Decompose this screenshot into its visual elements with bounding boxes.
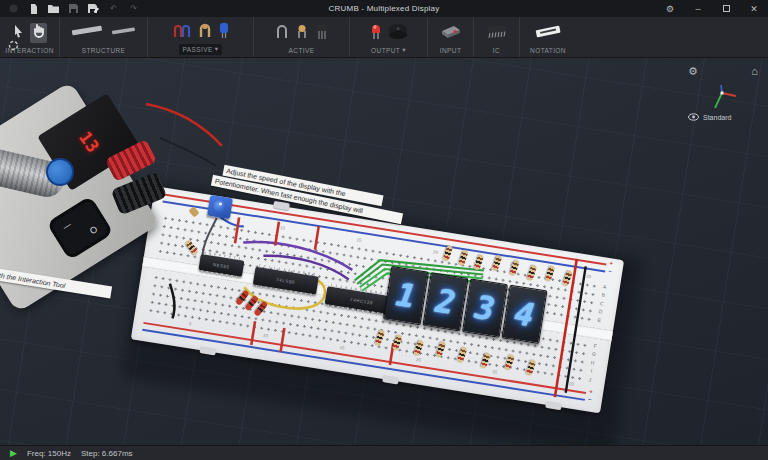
seven-segment-display[interactable]: 3 xyxy=(462,278,508,337)
toolbar-section-notation: NOTATION xyxy=(520,17,576,57)
bottom-rail-minus-mark: − xyxy=(587,396,591,402)
photoresistor-icon[interactable] xyxy=(295,22,309,44)
row-letters-lower: F G H I J xyxy=(588,342,598,384)
home-view-icon[interactable]: ⌂ xyxy=(751,66,758,77)
voltage-knob-face[interactable] xyxy=(46,158,74,186)
step-readout: Step: 6.667ms xyxy=(81,449,133,458)
app-logo-icon xyxy=(8,3,19,14)
toolbar-section-interaction: INTERACTION xyxy=(0,17,60,57)
scene-settings-gear-icon[interactable]: ⚙ xyxy=(688,66,698,77)
toolbar-section-active: ACTIVE xyxy=(254,17,350,57)
top-rail-plus-mark: + xyxy=(609,260,613,266)
segment-digit: 4 xyxy=(512,297,536,332)
capacitor-icon[interactable] xyxy=(218,21,230,43)
top-rail-minus-mark: − xyxy=(608,268,612,274)
switch-off-mark: O xyxy=(88,224,99,236)
resistors-icon[interactable] xyxy=(172,21,192,43)
eye-icon[interactable] xyxy=(688,113,699,121)
toolbar-label-notation: NOTATION xyxy=(530,47,566,57)
toolbar-section-input: INPUT xyxy=(428,17,474,57)
scene-viewport[interactable]: appear as continuous digits + − + − A B … xyxy=(0,58,768,445)
ic-label: NE555 xyxy=(213,262,230,270)
save-button[interactable] xyxy=(68,3,79,14)
view-controls: ⚙ ⌂ Standard xyxy=(688,66,758,121)
save-as-button[interactable] xyxy=(88,3,99,14)
toolbar-label-active: ACTIVE xyxy=(289,47,315,57)
potentiometer[interactable] xyxy=(207,195,233,219)
settings-gear-button[interactable]: ⚙ xyxy=(656,0,684,17)
breadboard-icon[interactable] xyxy=(71,23,105,43)
toolbar-section-output: OUTPUT ▾ xyxy=(350,17,428,57)
crumb-app-window: ↶ ↷ CRUMB - Multiplexed Display ⚙ – ✕ xyxy=(0,0,768,460)
view-mode-label[interactable]: Standard xyxy=(703,114,731,121)
buzzer-icon[interactable] xyxy=(388,22,408,44)
power-supply-reading: 13 xyxy=(75,128,103,156)
new-file-button[interactable] xyxy=(28,3,39,14)
led-icon[interactable] xyxy=(370,21,382,44)
segment-digit: 2 xyxy=(433,285,457,320)
ic-timer-555[interactable]: NE555 xyxy=(198,254,244,277)
redo-icon[interactable]: ↷ xyxy=(128,3,139,14)
trimmer-screw[interactable] xyxy=(188,206,199,217)
toolbar-label-structure: STRUCTURE xyxy=(82,47,126,57)
frequency-readout: Freq: 150Hz xyxy=(27,449,71,458)
seven-segment-display[interactable]: 2 xyxy=(422,272,468,331)
ic-label: 74HC138 xyxy=(350,296,374,305)
toolbar-section-structure: STRUCTURE xyxy=(60,17,148,57)
switch-on-mark: — xyxy=(61,220,73,232)
toolbar-label-ic: IC xyxy=(493,47,500,57)
orbit-tool-button[interactable] xyxy=(8,37,19,55)
play-icon[interactable]: ▶ xyxy=(10,449,17,458)
breadboard-clip xyxy=(273,201,290,210)
transistor-icon[interactable] xyxy=(315,22,329,44)
label-sticker-icon[interactable] xyxy=(534,23,562,43)
toolbar-section-passive: PASSIVE ▾ xyxy=(148,17,254,57)
seven-segment-display[interactable]: 1 xyxy=(383,266,429,325)
potentiometer-indicator xyxy=(218,202,221,205)
output-dropdown-arrow-icon: ▾ xyxy=(402,46,406,54)
switch-icon[interactable] xyxy=(440,23,462,44)
bottom-rail-plus-mark: + xyxy=(589,388,593,394)
close-button[interactable]: ✕ xyxy=(740,0,768,17)
toolbar-section-ic: IC xyxy=(474,17,520,57)
toolbar-label-output[interactable]: OUTPUT ▾ xyxy=(371,46,406,57)
toolbar-label-input: INPUT xyxy=(440,47,462,57)
maximize-button[interactable] xyxy=(712,0,740,17)
ic-chip-icon[interactable] xyxy=(485,23,509,44)
minimize-button[interactable]: – xyxy=(684,0,712,17)
resistor-icon[interactable] xyxy=(198,21,212,43)
title-bar: ↶ ↷ CRUMB - Multiplexed Display ⚙ – ✕ xyxy=(0,0,768,17)
status-bar: ▶ Freq: 150Hz Step: 6.667ms xyxy=(0,445,768,460)
segment-digit: 3 xyxy=(473,291,497,326)
ic-label: 74LS90 xyxy=(276,277,296,285)
hand-tool-button-selected[interactable] xyxy=(30,23,47,43)
board-strip-icon[interactable] xyxy=(111,24,137,42)
undo-icon[interactable]: ↶ xyxy=(108,3,119,14)
window-title: CRUMB - Multiplexed Display xyxy=(220,4,548,13)
toolbar-label-passive[interactable]: PASSIVE ▾ xyxy=(179,44,223,55)
passive-dropdown-arrow-icon: ▾ xyxy=(215,45,219,53)
orientation-gizmo[interactable] xyxy=(706,81,740,111)
diode-icon[interactable] xyxy=(275,22,289,44)
component-toolbar: INTERACTION STRUCTURE xyxy=(0,17,768,58)
open-folder-button[interactable] xyxy=(48,3,59,14)
segment-digit: 1 xyxy=(394,278,418,313)
row-letters-upper: A B C D E xyxy=(597,282,607,324)
